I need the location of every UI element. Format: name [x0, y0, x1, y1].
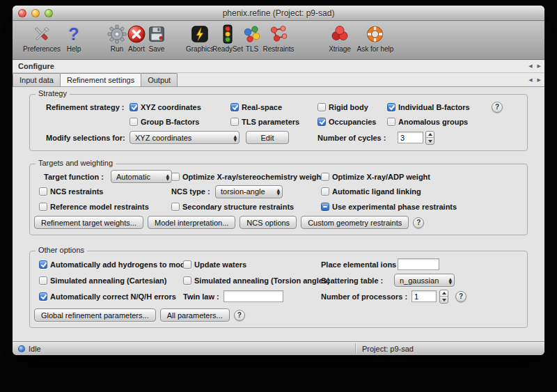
twin-law-input[interactable]	[223, 290, 283, 302]
edit-selection-button[interactable]: Edit	[246, 131, 289, 144]
target-function-value: Automatic	[116, 173, 150, 181]
zoom-window-icon[interactable]	[45, 9, 53, 17]
xyz-coordinates-checkbox[interactable]	[130, 103, 138, 111]
number-of-processors-input[interactable]	[411, 290, 437, 302]
toolbar-graphics-button[interactable]: Graphics	[186, 24, 214, 53]
global-refinement-parameters-button[interactable]: Global refinement parameters...	[34, 308, 156, 322]
scroll-left-icon[interactable]: ◀	[528, 77, 532, 83]
experimental-phase-restraints-checkbox[interactable]	[321, 203, 329, 211]
individual-b-factors-checkbox[interactable]	[387, 103, 395, 111]
strategy-group: Strategy Refinement strategy : XYZ coord…	[29, 94, 528, 151]
toolbar-save-label: Save	[149, 45, 165, 53]
tab-scrollers: ◀ ▶	[528, 73, 541, 86]
place-elemental-ions-input[interactable]	[398, 258, 439, 270]
tab-output-label: Output	[148, 76, 171, 84]
status-text: Idle	[29, 345, 41, 353]
title-bar[interactable]: phenix.refine (Project: p9-sad)	[13, 6, 544, 21]
ncs-restraints-label: NCS restraints	[50, 187, 103, 196]
number-of-cycles-input[interactable]	[398, 132, 423, 143]
occupancies-checkbox[interactable]	[317, 118, 326, 126]
scroll-left-icon[interactable]: ◀	[528, 63, 532, 69]
optimize-xray-stereochemistry-checkbox[interactable]	[171, 173, 180, 181]
scattering-table-dropdown[interactable]: n_gaussian▲▼	[394, 274, 455, 287]
place-elemental-ions-label: Place elemental ions :	[321, 260, 401, 269]
status-project: Project: p9-sad	[362, 345, 414, 353]
anomalous-groups-label: Anomalous groups	[398, 118, 468, 126]
tab-refinement-settings[interactable]: Refinement settings	[60, 73, 141, 86]
optimize-xray-adp-checkbox[interactable]	[321, 173, 329, 181]
targets-group-legend: Targets and weighting	[36, 159, 116, 167]
correct-nqh-errors-checkbox[interactable]	[39, 292, 47, 301]
optimize-xray-adp-label: Optimize X-ray/ADP weight	[332, 173, 430, 181]
readyset-traffic-light-icon	[215, 24, 240, 45]
status-divider	[355, 343, 356, 354]
target-function-dropdown[interactable]: Automatic▲▼	[111, 170, 172, 183]
strategy-help-button[interactable]: ?	[492, 102, 503, 113]
model-interpretation-button[interactable]: Model interpretation...	[148, 216, 235, 229]
update-waters-checkbox[interactable]	[183, 260, 191, 269]
ncs-options-button[interactable]: NCS options	[240, 216, 297, 229]
target-function-label: Target function :	[44, 173, 104, 181]
tls-parameters-label: TLS parameters	[242, 118, 299, 126]
toolbar-readyset-label: ReadySet	[212, 45, 243, 53]
toolbar-tls-button[interactable]: TLS	[240, 24, 265, 53]
popup-arrows-icon: ▲▼	[233, 132, 237, 143]
all-parameters-button[interactable]: All parameters...	[160, 308, 230, 322]
toolbar-save-button[interactable]: Save	[144, 24, 169, 53]
ncs-restraints-checkbox[interactable]	[39, 187, 47, 196]
secondary-structure-restraints-checkbox[interactable]	[171, 203, 180, 211]
add-hydrogens-checkbox[interactable]	[39, 260, 47, 269]
custom-geometry-restraints-button[interactable]: Custom geometry restraints	[301, 216, 409, 229]
scroll-right-icon[interactable]: ▶	[538, 63, 541, 69]
simulated-annealing-cartesian-checkbox[interactable]	[39, 276, 47, 285]
automatic-ligand-linking-checkbox[interactable]	[321, 187, 329, 196]
refinement-target-weights-button[interactable]: Refinement target weights...	[34, 216, 143, 229]
close-window-icon[interactable]	[18, 9, 26, 17]
twin-law-label: Twin law :	[183, 292, 219, 301]
stepper-up-icon[interactable]	[426, 132, 434, 139]
modify-selections-dropdown[interactable]: XYZ coordinates▲▼	[130, 131, 240, 144]
toolbar-xtriage-button[interactable]: Xtriage	[327, 24, 352, 53]
anomalous-groups-checkbox[interactable]	[387, 118, 395, 126]
tab-input-data[interactable]: Input data	[13, 73, 61, 86]
rigid-body-checkbox[interactable]	[317, 103, 326, 111]
popup-arrows-icon: ▲▼	[276, 186, 280, 198]
toolbar-preferences-button[interactable]: Preferences	[23, 24, 61, 53]
group-b-factors-checkbox[interactable]	[130, 118, 138, 126]
other-buttons-row: Global refinement parameters... All para…	[30, 307, 527, 323]
other-row-3: Automatically correct N/Q/H errors Twin …	[30, 288, 527, 304]
ncs-type-dropdown[interactable]: torsion-angle▲▼	[215, 185, 283, 198]
tab-bar: Input data Refinement settings Output ◀ …	[13, 73, 544, 87]
restraints-molecule-icon	[266, 24, 291, 45]
occupancies-label: Occupancies	[329, 118, 376, 126]
toolbar-restraints-button[interactable]: Restraints	[262, 24, 294, 53]
number-of-processors-label: Number of processors :	[321, 292, 407, 301]
other-options-group: Other options Automatically add hydrogen…	[29, 251, 528, 328]
xtriage-spheres-icon	[327, 24, 352, 45]
tab-input-data-label: Input data	[19, 76, 54, 84]
reference-model-restraints-checkbox[interactable]	[39, 203, 47, 211]
toolbar-abort-label: Abort	[128, 45, 145, 53]
xyz-coordinates-label: XYZ coordinates	[141, 103, 201, 111]
stepper-down-icon[interactable]	[440, 297, 448, 303]
processors-help-button[interactable]: ?	[455, 291, 466, 302]
real-space-checkbox[interactable]	[230, 103, 239, 111]
toolbar-help-button[interactable]: ? Help	[61, 24, 86, 53]
toolbar-readyset-button[interactable]: ReadySet	[212, 24, 243, 53]
targets-help-button[interactable]: ?	[413, 217, 424, 228]
other-options-help-button[interactable]: ?	[234, 310, 245, 321]
tab-output[interactable]: Output	[141, 73, 178, 86]
tls-parameters-checkbox[interactable]	[230, 118, 239, 126]
stepper-up-icon[interactable]	[440, 290, 448, 297]
minimize-window-icon[interactable]	[31, 9, 40, 17]
toolbar: Preferences ? Help	[13, 21, 544, 60]
scroll-right-icon[interactable]: ▶	[538, 77, 541, 83]
stepper-down-icon[interactable]	[426, 138, 434, 144]
configure-scrollers: ◀ ▶	[528, 60, 541, 72]
simulated-annealing-torsion-checkbox[interactable]	[183, 276, 191, 285]
toolbar-ask-for-help-button[interactable]: Ask for help	[357, 24, 394, 53]
ncs-type-value: torsion-angle	[221, 187, 265, 196]
simulated-annealing-torsion-label: Simulated annealing (Torsion angles)	[194, 276, 330, 285]
toolbar-restraints-label: Restraints	[262, 45, 294, 53]
strategy-group-legend: Strategy	[36, 89, 70, 97]
